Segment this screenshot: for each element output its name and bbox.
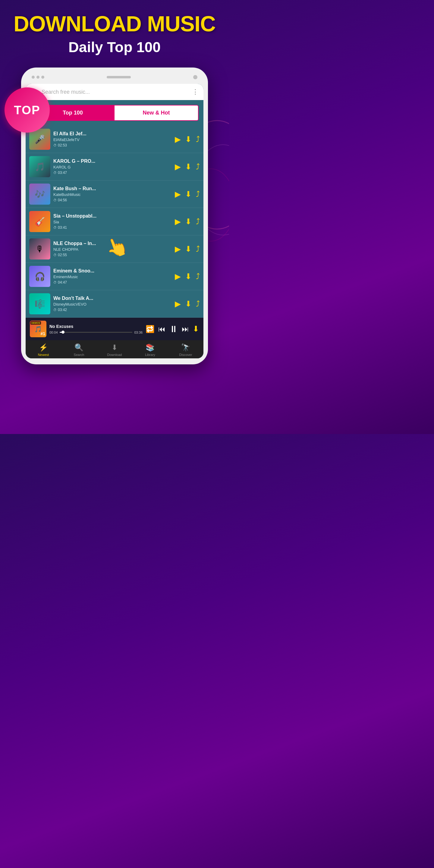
song-actions-1: ▶ ⬇ ⤴: [175, 135, 200, 144]
song-channel-7: DisneyMusicVEVO: [53, 302, 172, 307]
play-button-3[interactable]: ▶: [175, 190, 181, 199]
player-download-button[interactable]: ⬇: [193, 324, 199, 334]
song-channel-3: KateBushMusic: [53, 192, 172, 197]
phone-dot-3: [41, 76, 44, 79]
song-title-1: El Alfa El Jef...: [53, 131, 172, 136]
song-row[interactable]: 🎧 Eminem & Snoo... EminemMusic ⏱ 04:47 ▶…: [26, 263, 204, 290]
more-options-icon[interactable]: ⋮: [192, 88, 198, 96]
nav-discover[interactable]: 🔭 Discover: [168, 343, 204, 356]
song-row[interactable]: 🎶 Kate Bush – Run... KateBushMusic ⏱ 04:…: [26, 181, 204, 208]
song-duration-3: ⏱ 04:56: [53, 198, 172, 202]
song-actions-4: ▶ ⬇ ⤴: [175, 217, 200, 226]
song-duration-7: ⏱ 03:42: [53, 308, 172, 312]
player-bar: DEMOS 🎵 #1 No Excuses 00:04 03:36: [26, 318, 204, 340]
nav-library-label: Library: [145, 353, 155, 356]
song-duration-5: ⏱ 02:55: [53, 253, 172, 257]
song-info-1: El Alfa El Jef... ElAlfaElJefeTV ⏱ 02:53: [53, 131, 172, 147]
song-channel-6: EminemMusic: [53, 275, 172, 279]
play-button-4[interactable]: ▶: [175, 217, 181, 226]
song-info-6: Eminem & Snoo... EminemMusic ⏱ 04:47: [53, 268, 172, 284]
phone-top-bar: [26, 73, 204, 84]
header-section: DOWNLOAD MUSIC Daily Top 100: [0, 0, 229, 61]
clock-icon: ⏱: [53, 144, 57, 147]
song-channel-4: Sia: [53, 220, 172, 224]
play-button-6[interactable]: ▶: [175, 272, 181, 281]
share-button-4[interactable]: ⤴: [196, 217, 200, 226]
song-actions-5: ▶ ⬇ ⤴: [175, 244, 200, 254]
library-nav-icon: 📚: [146, 343, 155, 352]
nav-library[interactable]: 📚 Library: [132, 343, 168, 356]
search-nav-icon: 🔍: [74, 343, 84, 352]
nav-newest-label: Newest: [38, 353, 49, 356]
clock-icon: ⏱: [53, 308, 57, 312]
song-title-2: KAROL G – PRO...: [53, 158, 172, 164]
share-button-3[interactable]: ⤴: [196, 190, 200, 199]
next-button[interactable]: ⏭: [182, 325, 189, 333]
song-row[interactable]: 🎸 Sia – Unstoppabl... Sia ⏱ 03:41 ▶ ⬇ ⤴: [26, 208, 204, 236]
player-title: No Excuses: [50, 324, 143, 329]
song-row[interactable]: 🎙 NLE Choppa – In... NLE CHOPPA ⏱ 02:55 …: [26, 236, 204, 263]
song-row[interactable]: 🎵 KAROL G – PRO... KAROL G ⏱ 03:47 ▶ ⬇ ⤴: [26, 153, 204, 181]
player-progress-bar[interactable]: [60, 332, 133, 333]
song-list: 🎤 El Alfa El Jef... ElAlfaElJefeTV ⏱ 02:…: [26, 126, 204, 318]
tab-new-hot[interactable]: New & Hot: [115, 105, 198, 120]
song-channel-1: ElAlfaElJefeTV: [53, 137, 172, 142]
nav-newest[interactable]: ⚡ Newest: [26, 343, 61, 356]
song-info-5: NLE Choppa – In... NLE CHOPPA ⏱ 02:55: [53, 241, 172, 257]
download-button-7[interactable]: ⬇: [185, 299, 192, 309]
song-duration-1: ⏱ 02:53: [53, 143, 172, 147]
player-info: No Excuses 00:04 03:36: [50, 324, 143, 334]
song-row[interactable]: 🎤 El Alfa El Jef... ElAlfaElJefeTV ⏱ 02:…: [26, 126, 204, 153]
share-button-1[interactable]: ⤴: [196, 135, 200, 144]
nav-download[interactable]: ⬇ Download: [97, 343, 132, 356]
song-actions-2: ▶ ⬇ ⤴: [175, 162, 200, 172]
download-button-1[interactable]: ⬇: [185, 135, 192, 144]
phone-dot-2: [36, 76, 39, 79]
share-button-6[interactable]: ⤴: [196, 272, 200, 281]
search-input[interactable]: Search free music...: [41, 89, 188, 95]
phone-speaker: [107, 76, 131, 79]
nav-search-label: Search: [74, 353, 84, 356]
share-button-7[interactable]: ⤴: [196, 299, 200, 309]
pause-button[interactable]: ⏸: [169, 324, 178, 334]
download-button-3[interactable]: ⬇: [185, 190, 192, 199]
play-button-1[interactable]: ▶: [175, 135, 181, 144]
clock-icon: ⏱: [53, 171, 57, 175]
prev-button[interactable]: ⏮: [158, 325, 165, 333]
song-channel-5: NLE CHOPPA: [53, 247, 172, 252]
share-button-5[interactable]: ⤴: [196, 244, 200, 254]
tabs-row: Top 100 New & Hot: [30, 105, 198, 121]
song-duration-2: ⏱ 03:47: [53, 170, 172, 175]
download-button-4[interactable]: ⬇: [185, 217, 192, 226]
download-button-5[interactable]: ⬇: [185, 244, 192, 254]
repeat-button[interactable]: 🔁: [146, 325, 155, 333]
clock-icon: ⏱: [53, 226, 57, 229]
download-button-2[interactable]: ⬇: [185, 162, 192, 172]
search-bar[interactable]: 🔍 Search free music... ⋮: [26, 84, 204, 100]
phone-screen: 🔍 Search free music... ⋮ Top 100 New & H…: [26, 84, 204, 358]
bottom-nav: ⚡ Newest 🔍 Search ⬇ Download 📚 Library 🔭: [26, 340, 204, 358]
download-button-6[interactable]: ⬇: [185, 272, 192, 281]
player-progress-fill: [60, 332, 63, 333]
play-button-2[interactable]: ▶: [175, 162, 181, 172]
song-thumbnail-5: 🎙: [29, 239, 50, 259]
clock-icon: ⏱: [53, 253, 57, 257]
sub-title: Daily Top 100: [6, 39, 223, 56]
player-time-row: 00:04 03:36: [50, 331, 143, 334]
discover-nav-icon: 🔭: [181, 343, 190, 352]
clock-icon: ⏱: [53, 198, 57, 202]
song-row[interactable]: 🎼 We Don't Talk A... DisneyMusicVEVO ⏱ 0…: [26, 290, 204, 318]
play-button-5[interactable]: ▶: [175, 244, 181, 254]
song-duration-6: ⏱ 04:47: [53, 280, 172, 284]
song-info-2: KAROL G – PRO... KAROL G ⏱ 03:47: [53, 158, 172, 175]
song-info-7: We Don't Talk A... DisneyMusicVEVO ⏱ 03:…: [53, 296, 172, 312]
player-thumbnail: DEMOS 🎵 #1: [30, 321, 46, 337]
newest-icon: ⚡: [39, 343, 48, 352]
play-button-7[interactable]: ▶: [175, 299, 181, 309]
song-thumbnail-4: 🎸: [29, 211, 50, 232]
share-button-2[interactable]: ⤴: [196, 162, 200, 172]
nav-download-label: Download: [107, 353, 122, 356]
song-channel-2: KAROL G: [53, 165, 172, 169]
phone-dot-1: [32, 76, 35, 79]
nav-search[interactable]: 🔍 Search: [61, 343, 97, 356]
